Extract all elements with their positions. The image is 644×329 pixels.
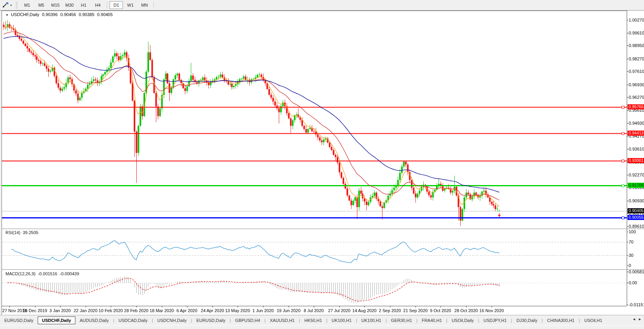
chart-tab-usdcad-daily[interactable]: USDCAD,Daily xyxy=(114,317,152,324)
chart-tab-hk50-h1[interactable]: HK50,H1 xyxy=(300,317,326,324)
macd-name: MACD(12,26,9) xyxy=(5,271,35,276)
chart-tab-usoil-daily[interactable]: USOil,Daily xyxy=(447,317,478,324)
price-tick-label: 0.89610 xyxy=(629,224,644,229)
price-tick-label: 0.94930 xyxy=(629,121,644,125)
chart-tab-uk100-h1[interactable]: UK100,H1 xyxy=(327,317,356,324)
date-tick-label: 6 Apr 2020 xyxy=(173,308,201,313)
date-tick-label: 28 Feb 2020 xyxy=(123,308,150,313)
date-tick-label: 22 Jan 2020 xyxy=(72,308,99,313)
rsi-tick-label: 100 xyxy=(629,229,636,234)
collapse-chart-icon[interactable]: ▼ xyxy=(5,13,9,17)
rsi-value: 39.2505 xyxy=(23,230,38,235)
macd-main-value: -0.001516 xyxy=(38,271,57,276)
toolbar-separator xyxy=(107,2,107,9)
macd-indicator-label: MACD(12,26,9)-0.001516-0.000439 xyxy=(5,271,79,276)
chart-tab-audusd-daily[interactable]: AUDUSD,Daily xyxy=(75,317,113,324)
tab-scroll-left-icon[interactable]: ◄ xyxy=(632,317,636,321)
chart-tab-uk100-h1[interactable]: UK100,H1 xyxy=(357,317,386,324)
cursor-tool-button[interactable]: ▾ xyxy=(2,1,13,9)
price-tick-label: 0.98270 xyxy=(629,56,644,61)
rsi-tick-label: 30 xyxy=(629,253,633,258)
date-tick-label: 28 Oct 2020 xyxy=(452,308,480,313)
price-tick-label: 0.90930 xyxy=(629,198,644,203)
rsi-tick-label: 70 xyxy=(629,240,633,244)
high-value: 0.90456 xyxy=(60,12,76,17)
price-tick-label: 0.96930 xyxy=(629,82,644,87)
hline-price-badge: 0.95765 xyxy=(628,104,644,109)
price-tick-label: 0.97610 xyxy=(629,69,644,74)
chart-tab-fra40-h1[interactable]: FRA40,H1 xyxy=(417,317,446,324)
chart-tab-eurusd-daily[interactable]: EURUSD,Daily xyxy=(192,317,230,324)
toolbar-grip[interactable] xyxy=(16,2,18,8)
date-tick-label: 18 Mar 2020 xyxy=(148,308,176,313)
date-tick-label: 16 Dec 2019 xyxy=(21,308,49,313)
chart-tab-bar: EURUSD,DailyUSDCHF,DailyAUDUSD,Daily|USD… xyxy=(0,315,644,325)
macd-tick-label: -0.011514 xyxy=(629,302,644,307)
date-tick-label: 13 May 2020 xyxy=(224,308,251,313)
date-tick-label: 1 Jun 2020 xyxy=(249,308,277,313)
macd-tick-label: 0.00 xyxy=(629,280,637,285)
chart-tab-china300-h1[interactable]: CHINA300,H1 xyxy=(543,317,579,324)
cursor-tool-icon xyxy=(2,2,9,9)
chevron-down-icon[interactable]: ▾ xyxy=(10,4,12,7)
date-tick-label: 10 Feb 2020 xyxy=(97,308,124,313)
price-tick-label: 1.00270 xyxy=(629,18,644,22)
date-tick-label: 14 Aug 2020 xyxy=(351,308,378,313)
timeframe-button-m5[interactable]: M5 xyxy=(35,1,48,9)
toolbar-separator xyxy=(154,2,154,9)
price-tick-label: 0.99610 xyxy=(629,31,644,35)
timeframe-button-m1[interactable]: M1 xyxy=(20,1,34,9)
status-bar xyxy=(0,325,644,329)
date-tick-label: 9 Oct 2020 xyxy=(427,308,454,313)
chart-tab-usoil-h1[interactable]: USOil,H1 xyxy=(580,317,607,324)
hline-price-badge: 0.90055 xyxy=(628,215,644,220)
chart-canvas[interactable] xyxy=(0,0,644,329)
chart-tab-usdchf-daily[interactable]: USDCHF,Daily xyxy=(38,316,75,324)
close-value: 0.90405 xyxy=(97,12,113,17)
chart-tab-gbpusd-h4[interactable]: GBPUSD,H4 xyxy=(231,317,265,324)
rsi-name: RSI(14) xyxy=(5,230,20,235)
symbol-period-label: USDCHF,Daily xyxy=(11,12,39,17)
hline-price-badge: 0.93001 xyxy=(628,158,644,163)
timeframe-button-m30[interactable]: M30 xyxy=(63,1,76,9)
date-tick-label: 2 Sep 2020 xyxy=(376,308,404,313)
low-value: 0.90385 xyxy=(79,12,95,17)
date-tick-label: 21 Sep 2020 xyxy=(402,308,429,313)
price-tick-label: 0.92270 xyxy=(629,173,644,177)
timeframe-button-h1[interactable]: H1 xyxy=(77,1,90,9)
mt4-terminal: ▾ M1M5M15M30H1H4D1W1MN ▼USDCHF,Daily0.90… xyxy=(0,0,644,329)
timeframe-button-w1[interactable]: W1 xyxy=(124,1,137,9)
timeframe-button-h4[interactable]: H4 xyxy=(91,1,104,9)
date-tick-label: 24 Apr 2020 xyxy=(199,308,226,313)
hline-price-badge: 0.91709 xyxy=(628,183,644,188)
chart-tab-ger30-h1[interactable]: GER30,H1 xyxy=(387,317,416,324)
tab-scroll-right-icon[interactable]: ► xyxy=(638,317,642,321)
timeframe-button-mn[interactable]: MN xyxy=(138,1,151,9)
date-tick-label: 16 Nov 2020 xyxy=(478,308,505,313)
timeframe-toolbar: ▾ M1M5M15M30H1H4D1W1MN xyxy=(0,0,644,11)
tab-scroll-buttons: ◄ ► xyxy=(631,316,643,322)
price-tick-label: 0.98950 xyxy=(629,43,644,48)
date-tick-label: 3 Jan 2020 xyxy=(46,308,74,313)
timeframe-button-d1[interactable]: D1 xyxy=(110,1,123,9)
chart-tab-xauusd-h1[interactable]: XAUUSD,H1 xyxy=(265,317,299,324)
chart-title: ▼USDCHF,Daily0.903960.904560.903850.9040… xyxy=(5,12,113,17)
timeframe-button-m15[interactable]: M15 xyxy=(49,1,62,9)
timeframe-buttons: M1M5M15M30H1H4D1W1MN xyxy=(20,1,156,9)
current-price-badge: 0.90405 xyxy=(628,208,644,213)
chart-tab-usdcnh-daily[interactable]: USDCNH,Daily xyxy=(153,317,191,324)
macd-signal-value: -0.000439 xyxy=(60,271,79,276)
macd-tick-label: 0.005818 xyxy=(629,269,644,274)
chart-tab-usdjpy-h1[interactable]: USDJPY,H1 xyxy=(479,317,511,324)
open-value: 0.90396 xyxy=(42,12,58,17)
price-tick-label: 0.93610 xyxy=(629,147,644,151)
date-tick-label: 19 Jun 2020 xyxy=(275,308,302,313)
rsi-indicator-label: RSI(14)39.2505 xyxy=(5,230,38,235)
rsi-tick-label: 0 xyxy=(629,263,631,268)
chart-tab-dj30-daily[interactable]: DJ30,Daily xyxy=(512,317,542,324)
date-tick-label: 27 Jul 2020 xyxy=(326,308,353,313)
date-tick-label: 8 Jul 2020 xyxy=(300,308,327,313)
hline-price-badge: 0.94413 xyxy=(628,131,644,136)
chart-tab-eurusd-daily[interactable]: EURUSD,Daily xyxy=(0,317,38,324)
price-tick-label: 0.96270 xyxy=(629,95,644,100)
